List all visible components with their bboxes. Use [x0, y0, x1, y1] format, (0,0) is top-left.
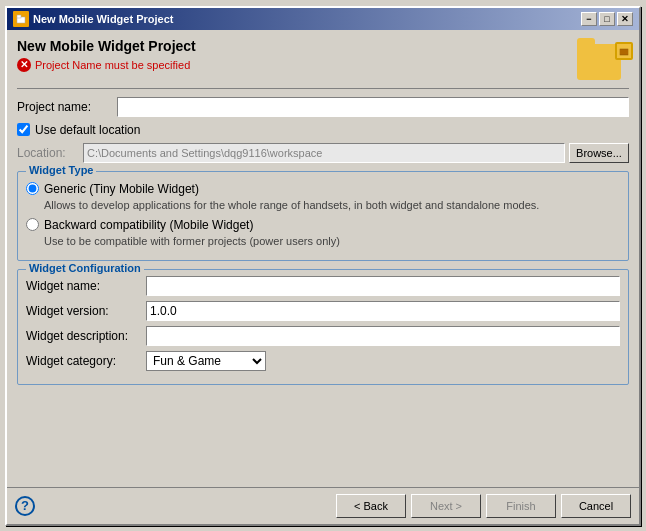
title-buttons: − □ ✕	[581, 12, 633, 26]
header-divider	[17, 88, 629, 89]
error-icon: ✕	[17, 58, 31, 72]
widget-category-row: Widget category: Fun & Game Entertainmen…	[26, 351, 620, 371]
widget-name-label: Widget name:	[26, 279, 146, 293]
widget-config-title: Widget Configuration	[26, 262, 144, 274]
radio-generic[interactable]	[26, 182, 39, 195]
close-button[interactable]: ✕	[617, 12, 633, 26]
widget-type-group: Widget Type Generic (Tiny Mobile Widget)…	[17, 171, 629, 262]
project-name-label: Project name:	[17, 100, 117, 114]
header-section: New Mobile Widget Project ✕ Project Name…	[17, 38, 629, 82]
finish-button[interactable]: Finish	[486, 494, 556, 518]
project-name-input[interactable]	[117, 97, 629, 117]
widget-description-label: Widget description:	[26, 329, 146, 343]
bottom-buttons: < Back Next > Finish Cancel	[336, 494, 631, 518]
svg-rect-1	[17, 15, 21, 18]
error-message: Project Name must be specified	[35, 59, 190, 71]
location-row: Location: Browse...	[17, 143, 629, 163]
maximize-button[interactable]: □	[599, 12, 615, 26]
header-text: New Mobile Widget Project ✕ Project Name…	[17, 38, 577, 72]
widget-type-group-title: Widget Type	[26, 164, 96, 176]
radio-generic-label: Generic (Tiny Mobile Widget)	[44, 182, 199, 196]
cancel-button[interactable]: Cancel	[561, 494, 631, 518]
browse-button[interactable]: Browse...	[569, 143, 629, 163]
widget-description-input[interactable]	[146, 326, 620, 346]
default-location-checkbox[interactable]	[17, 123, 30, 136]
location-input[interactable]	[83, 143, 565, 163]
window-title: New Mobile Widget Project	[33, 13, 173, 25]
widget-version-row: Widget version:	[26, 301, 620, 321]
default-location-row: Use default location	[17, 123, 629, 137]
radio-generic-row: Generic (Tiny Mobile Widget)	[26, 182, 620, 196]
bottom-bar: ? < Back Next > Finish Cancel	[7, 487, 639, 524]
project-name-row: Project name:	[17, 97, 629, 117]
widget-name-row: Widget name:	[26, 276, 620, 296]
minimize-button[interactable]: −	[581, 12, 597, 26]
widget-name-input[interactable]	[146, 276, 620, 296]
radio-backward-row: Backward compatibility (Mobile Widget)	[26, 218, 620, 232]
page-title: New Mobile Widget Project	[17, 38, 577, 54]
radio-generic-desc: Allows to develop applications for the w…	[44, 198, 620, 212]
content-area: New Mobile Widget Project ✕ Project Name…	[7, 30, 639, 487]
main-window: New Mobile Widget Project − □ ✕ New Mobi…	[5, 6, 641, 526]
widget-category-select[interactable]: Fun & Game Entertainment Productivity To…	[146, 351, 266, 371]
widget-category-label: Widget category:	[26, 354, 146, 368]
widget-version-input[interactable]	[146, 301, 620, 321]
title-bar: New Mobile Widget Project − □ ✕	[7, 8, 639, 30]
window-icon	[13, 11, 29, 27]
radio-backward-label: Backward compatibility (Mobile Widget)	[44, 218, 253, 232]
help-button[interactable]: ?	[15, 496, 35, 516]
folder-icon-container	[577, 38, 629, 82]
back-button[interactable]: < Back	[336, 494, 406, 518]
location-label: Location:	[17, 146, 79, 160]
title-bar-left: New Mobile Widget Project	[13, 11, 173, 27]
next-button[interactable]: Next >	[411, 494, 481, 518]
radio-backward[interactable]	[26, 218, 39, 231]
radio-backward-desc: Use to be compatible with former project…	[44, 234, 620, 248]
widget-config-group: Widget Configuration Widget name: Widget…	[17, 269, 629, 385]
folder-badge-icon	[615, 42, 633, 60]
default-location-label: Use default location	[35, 123, 140, 137]
widget-description-row: Widget description:	[26, 326, 620, 346]
error-row: ✕ Project Name must be specified	[17, 58, 577, 72]
widget-version-label: Widget version:	[26, 304, 146, 318]
